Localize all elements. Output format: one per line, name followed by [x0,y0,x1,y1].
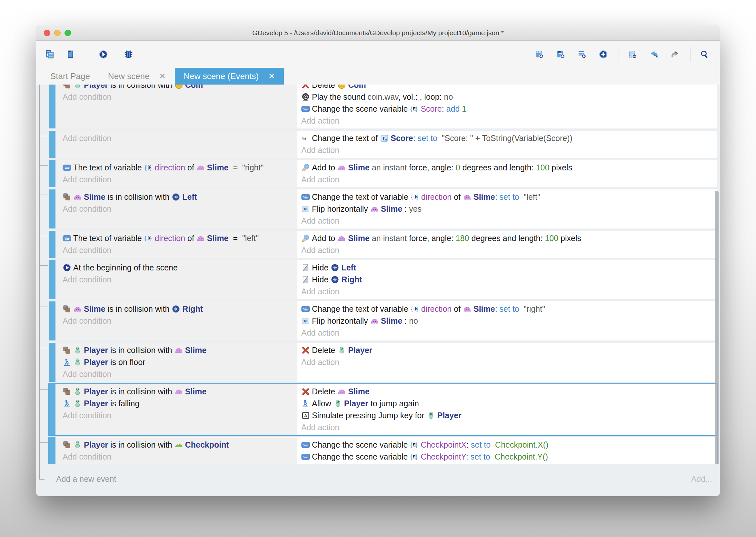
event-highlight-bar[interactable] [49,160,56,187]
close-tab-icon[interactable]: ✕ [268,68,275,85]
add-condition-link[interactable]: Add condition [62,244,297,256]
add-condition-link[interactable]: Add condition [62,368,297,380]
event-row[interactable]: VarThe text of variable {}direction of S… [48,230,718,259]
condition-sentence[interactable]: At the beginning of the scene [62,262,297,274]
action-sentence[interactable]: VarChange the text of variable {}directi… [301,191,717,203]
action-sentence[interactable]: txtChange the text of TxScore: set to "S… [301,132,717,144]
collision-icon [62,440,71,449]
add-action-link[interactable]: Add action [301,422,717,434]
add-comment-button[interactable] [574,45,592,63]
condition-sentence[interactable]: Slime is in collision with Right [62,303,297,315]
plain-text: Hide [312,275,331,284]
event-highlight-bar[interactable] [49,231,56,258]
svg-text:}: } [416,441,418,448]
condition-sentence[interactable]: Player is in collision with Slime [62,344,297,356]
add-more-button[interactable]: Add... [691,475,712,484]
add-action-link[interactable]: Add action [301,174,717,186]
event-highlight-bar[interactable] [49,189,56,228]
event-highlight-bar[interactable] [49,437,56,464]
action-sentence[interactable]: VarChange the scene variable {}Score: ad… [301,103,717,115]
tab-new-scene-events[interactable]: New scene (Events)✕ [175,68,284,85]
add-condition-link[interactable]: Add condition [62,203,297,215]
action-sentence[interactable]: Delete Slime [301,386,717,397]
project-manager-button[interactable] [41,45,60,63]
add-action-link[interactable]: Add action [301,327,717,339]
action-sentence[interactable]: Hide Left [301,262,717,274]
close-tab-icon[interactable]: ✕ [159,68,166,85]
collision-icon [62,387,71,396]
tab-new-scene[interactable]: New scene✕ [99,68,175,85]
condition-sentence[interactable]: Player is on floor [62,356,297,368]
action-sentence[interactable]: VarChange the scene variable {}Checkpoin… [301,439,717,451]
add-condition-link[interactable]: Add condition [62,174,297,186]
event-highlight-bar[interactable] [49,131,56,158]
event-highlight-bar[interactable] [49,384,56,435]
action-sentence[interactable]: Allow Player to jump again [301,397,717,409]
condition-sentence[interactable]: VarThe text of variable {}direction of S… [62,162,297,174]
add-more-events-button[interactable] [595,45,614,63]
add-subevent-button[interactable] [552,45,571,63]
event-row[interactable]: Add conditiontxtChange the text of TxSco… [48,130,718,158]
plain-text: : [442,104,446,113]
condition-sentence[interactable]: Player is in collision with Coin [62,85,297,91]
event-highlight-bar[interactable] [49,343,56,382]
add-new-event-button[interactable]: Add a new event [56,475,116,484]
action-sentence[interactable]: Flip horizontally Slime : yes [301,203,717,215]
condition-sentence[interactable]: Player is falling [62,397,297,409]
string-literal: "Score: " + ToString(Variable(Score)) [442,134,573,143]
action-sentence[interactable]: VarChange the scene variable {}Checkpoin… [301,451,717,463]
scene-editor-button[interactable] [62,45,81,63]
add-action-link[interactable]: Add action [301,356,717,368]
event-row[interactable]: Player is in collision with SlimePlayer … [48,383,718,436]
add-condition-link[interactable]: Add condition [62,451,297,463]
preview-button[interactable] [95,45,114,63]
add-action-link[interactable]: Add action [301,215,717,227]
conditions-cell: Slime is in collision with LeftAdd condi… [56,189,297,228]
event-row[interactable]: VarThe text of variable {}direction of S… [48,159,718,188]
add-condition-link[interactable]: Add condition [62,409,297,422]
add-action-link[interactable]: Add action [301,286,717,298]
event-row[interactable]: At the beginning of the sceneAdd conditi… [48,260,718,300]
condition-sentence[interactable]: Player is in collision with Checkpoint [62,439,297,451]
action-sentence[interactable]: Delete Coin [301,85,717,91]
redo-button[interactable] [667,45,685,63]
action-sentence[interactable]: Hide Right [301,274,717,286]
tab-start-page[interactable]: Start Page [41,68,99,85]
string-literal: "right" [524,304,545,313]
add-action-link[interactable]: Add action [301,115,717,127]
condition-sentence[interactable]: Slime is in collision with Left [62,191,297,203]
action-sentence[interactable]: Add to Slime an instant force, angle: 0 … [301,162,717,174]
action-sentence[interactable]: ASimulate pressing Jump key for Player [301,409,717,422]
add-standard-event-button[interactable] [531,45,549,63]
action-sentence[interactable]: VarChange the text of variable {}directi… [301,303,717,315]
condition-sentence[interactable]: VarThe text of variable {}direction of S… [62,232,297,244]
delete-selection-button[interactable] [624,45,643,63]
add-condition-link[interactable]: Add condition [62,315,297,327]
event-row[interactable]: Slime is in collision with LeftAdd condi… [48,189,718,229]
add-condition-link[interactable]: Add condition [62,132,297,144]
undo-button[interactable] [645,45,664,63]
object-name: Player [437,411,462,420]
vertical-scrollbar[interactable] [715,191,719,464]
debug-button[interactable] [120,45,139,63]
plain-text: is in collision with [105,304,172,313]
condition-sentence[interactable]: Player is in collision with Slime [62,386,297,397]
add-condition-link[interactable]: Add condition [62,274,297,286]
event-row[interactable]: Player is in collision with SlimePlayer … [48,342,718,383]
event-highlight-bar[interactable] [49,260,56,299]
action-sentence[interactable]: Add to Slime an instant force, angle: 18… [301,232,717,244]
event-row[interactable]: Player is in collision with CoinAdd cond… [48,85,718,129]
event-row[interactable]: Player is in collision with CheckpointAd… [48,436,718,464]
add-action-link[interactable]: Add action [301,244,717,256]
event-row[interactable]: Slime is in collision with RightAdd cond… [48,301,718,341]
event-highlight-bar[interactable] [49,85,56,128]
action-sentence[interactable]: Delete Player [301,344,717,356]
search-button[interactable] [696,45,715,63]
event-highlight-bar[interactable] [49,302,56,341]
action-sentence[interactable]: Flip horizontally Slime : no [301,315,717,327]
object-name: Slime [84,192,105,201]
plain-text: Delete [312,85,337,89]
add-action-link[interactable]: Add action [301,144,717,156]
add-condition-link[interactable]: Add condition [62,91,297,103]
action-sentence[interactable]: Play the sound coin.wav, vol.: , loop: n… [301,91,717,103]
